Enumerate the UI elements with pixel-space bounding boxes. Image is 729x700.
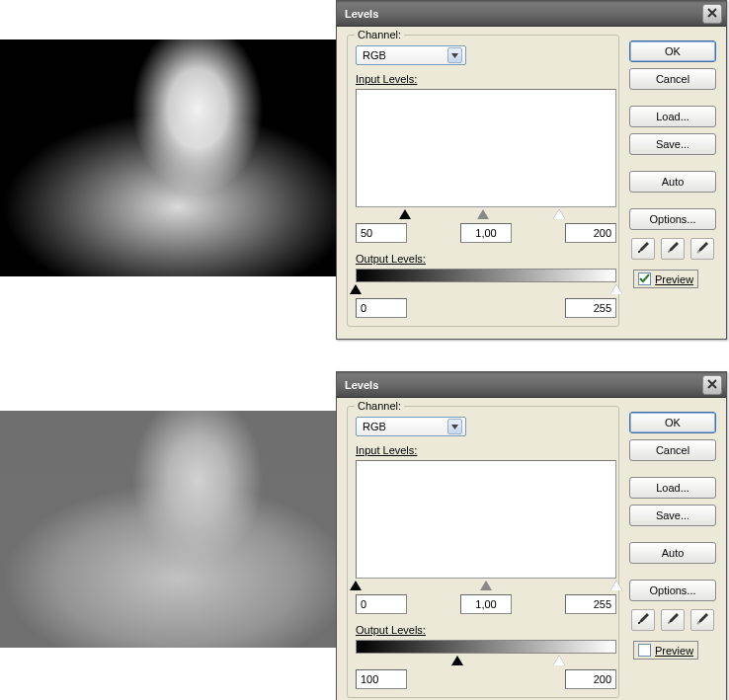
preview-toggle[interactable]: Preview (633, 641, 698, 660)
output-levels-label: Output Levels: (356, 253, 610, 265)
eyedropper-icon (695, 612, 709, 628)
output-gradient (356, 269, 616, 282)
eyedropper-gray[interactable] (661, 609, 685, 631)
eyedropper-black[interactable] (631, 609, 655, 631)
input-white-field[interactable]: 200 (565, 223, 616, 243)
input-gamma-field[interactable]: 1,00 (460, 594, 512, 614)
eyedropper-gray[interactable] (661, 238, 685, 260)
auto-button[interactable]: Auto (629, 171, 716, 193)
channel-select[interactable]: RGB (356, 45, 466, 65)
histogram (356, 460, 616, 579)
input-white-slider[interactable] (553, 209, 565, 219)
eyedropper-white[interactable] (690, 238, 714, 260)
levels-dialog: Levels Channel: RGB (336, 0, 727, 340)
svg-point-4 (668, 622, 670, 624)
channel-label: Channel: (355, 29, 404, 40)
channel-group: Channel: RGB Input Levels: (347, 35, 619, 327)
input-black-slider[interactable] (399, 209, 411, 219)
channel-label: Channel: (355, 400, 404, 412)
svg-point-3 (638, 622, 640, 624)
eyedropper-icon (666, 612, 680, 628)
preview-label: Preview (655, 645, 693, 657)
channel-select[interactable]: RGB (356, 417, 466, 436)
output-slider-track[interactable] (356, 654, 616, 665)
result-image-preview (0, 39, 336, 276)
svg-point-2 (697, 251, 699, 253)
eyedropper-icon (636, 612, 650, 628)
flower-photo-high-contrast (0, 39, 336, 276)
output-black-field[interactable]: 100 (356, 669, 407, 689)
dialog-title: Levels (345, 379, 378, 391)
input-white-slider[interactable] (610, 581, 622, 590)
eyedropper-black[interactable] (631, 238, 655, 260)
input-gamma-slider[interactable] (480, 581, 492, 590)
svg-point-5 (697, 622, 699, 624)
ok-button[interactable]: OK (629, 40, 716, 62)
histogram-chart (361, 465, 611, 578)
eyedropper-icon (636, 241, 650, 257)
save-button[interactable]: Save... (629, 505, 716, 526)
eyedropper-white[interactable] (690, 609, 714, 631)
flower-photo-low-contrast (0, 411, 336, 648)
titlebar[interactable]: Levels (337, 372, 726, 398)
histogram (356, 89, 616, 207)
channel-group: Channel: RGB Input Levels: (347, 406, 619, 698)
output-white-field[interactable]: 200 (565, 669, 616, 689)
input-levels-label: Input Levels: (356, 444, 610, 456)
ok-button[interactable]: OK (629, 412, 716, 433)
close-button[interactable] (702, 4, 722, 24)
output-levels-label: Output Levels: (356, 624, 610, 636)
svg-point-1 (668, 251, 670, 253)
input-black-field[interactable]: 50 (356, 223, 407, 243)
eyedropper-icon (695, 241, 709, 257)
output-white-slider[interactable] (553, 656, 565, 665)
load-button[interactable]: Load... (629, 106, 716, 127)
load-button[interactable]: Load... (629, 477, 716, 499)
save-button[interactable]: Save... (629, 133, 716, 155)
titlebar[interactable]: Levels (337, 1, 726, 27)
input-black-slider[interactable] (350, 581, 362, 590)
eyedropper-icon (666, 241, 680, 257)
preview-label: Preview (655, 273, 693, 285)
close-icon (707, 379, 717, 391)
options-button[interactable]: Options... (629, 208, 716, 230)
dialog-title: Levels (345, 8, 378, 20)
output-black-field[interactable]: 0 (356, 298, 407, 318)
levels-dialog: Levels Channel: RGB (336, 371, 727, 700)
svg-point-0 (638, 251, 640, 253)
chevron-down-icon (447, 47, 462, 63)
preview-checkbox[interactable] (638, 644, 651, 657)
output-white-field[interactable]: 255 (565, 298, 616, 318)
auto-button[interactable]: Auto (629, 542, 716, 564)
input-slider-track[interactable] (356, 579, 616, 590)
output-gradient (356, 640, 616, 654)
output-white-slider[interactable] (610, 284, 622, 294)
cancel-button[interactable]: Cancel (629, 439, 716, 461)
input-levels-label: Input Levels: (356, 73, 610, 85)
channel-select-value: RGB (363, 49, 386, 61)
close-button[interactable] (702, 375, 722, 395)
histogram-chart (361, 94, 611, 206)
chevron-down-icon (447, 419, 462, 434)
cancel-button[interactable]: Cancel (629, 68, 716, 90)
input-gamma-field[interactable]: 1,00 (460, 223, 512, 243)
options-button[interactable]: Options... (629, 580, 716, 601)
input-slider-track[interactable] (356, 207, 616, 219)
output-slider-track[interactable] (356, 282, 616, 294)
channel-select-value: RGB (363, 421, 386, 432)
result-image-preview (0, 411, 336, 648)
input-black-field[interactable]: 0 (356, 594, 407, 614)
close-icon (707, 8, 717, 20)
output-black-slider[interactable] (451, 656, 463, 665)
input-gamma-slider[interactable] (477, 209, 489, 219)
input-white-field[interactable]: 255 (565, 594, 616, 614)
preview-toggle[interactable]: Preview (633, 270, 698, 288)
preview-checkbox[interactable] (638, 272, 651, 285)
output-black-slider[interactable] (350, 284, 362, 294)
